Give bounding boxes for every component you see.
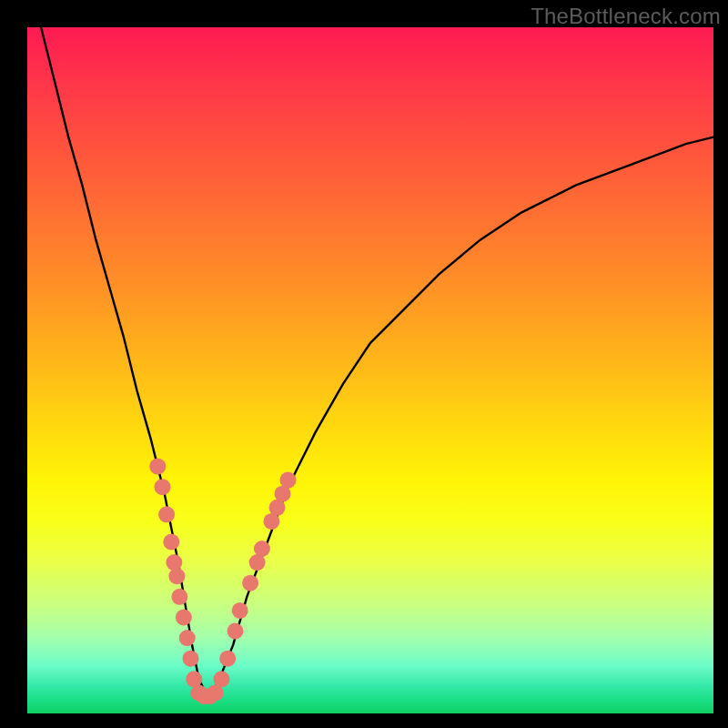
- highlight-dot: [166, 554, 182, 571]
- highlight-dot: [242, 575, 258, 592]
- highlight-dot: [163, 534, 179, 551]
- highlight-dot: [183, 651, 199, 667]
- outer-frame: TheBottleneck.com: [0, 0, 728, 728]
- highlight-dot: [213, 671, 229, 687]
- highlight-dot: [232, 602, 248, 619]
- highlight-dot: [158, 506, 175, 522]
- highlight-dot: [149, 459, 166, 475]
- highlight-dot: [280, 472, 297, 489]
- chart-svg: [27, 27, 713, 713]
- highlight-dot: [171, 589, 187, 605]
- highlight-dot: [228, 623, 244, 640]
- highlight-dot: [176, 609, 192, 625]
- plot-area: [27, 27, 713, 713]
- highlight-dot: [219, 651, 236, 667]
- highlight-dot: [254, 541, 270, 557]
- bottleneck-curve: [41, 27, 713, 693]
- highlight-dot: [179, 630, 196, 646]
- highlight-dot: [168, 568, 185, 584]
- highlight-dots-group: [149, 459, 296, 704]
- watermark-text: TheBottleneck.com: [531, 4, 721, 29]
- highlight-dot: [155, 479, 171, 495]
